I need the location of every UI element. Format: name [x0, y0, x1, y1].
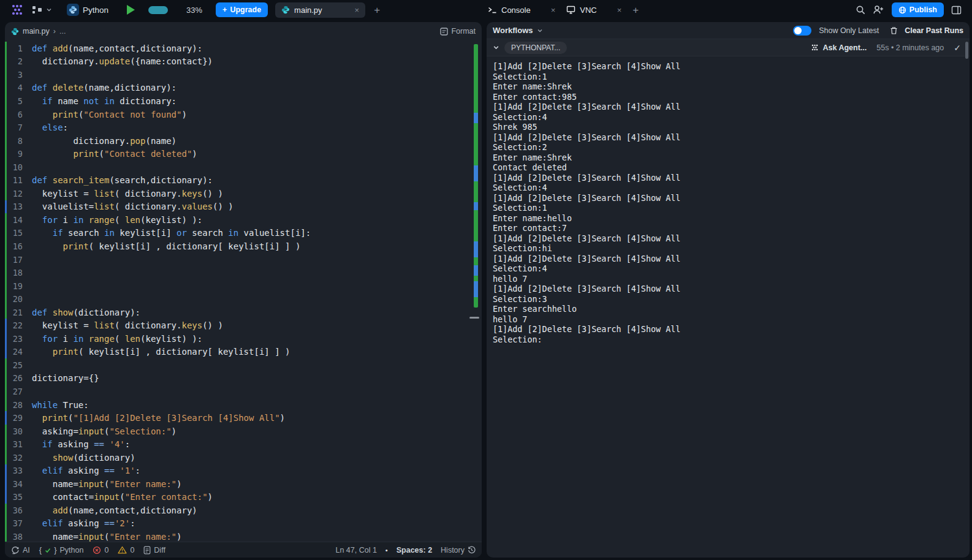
- resource-meter[interactable]: [148, 6, 168, 14]
- code-line[interactable]: 8 dictionary.pop(name): [5, 134, 482, 148]
- line-number: 36: [7, 505, 32, 515]
- format-button[interactable]: Format: [440, 27, 476, 36]
- console-output-line: hello 7: [493, 315, 963, 325]
- tab-label: Console: [501, 6, 531, 15]
- code-line[interactable]: 7 else:: [5, 121, 482, 134]
- code-line[interactable]: 9 print("Contact deleted"): [5, 147, 482, 161]
- search-icon[interactable]: [852, 2, 870, 18]
- console-output[interactable]: [1]Add [2]Delete [3]Search [4]Show AllSe…: [487, 56, 970, 558]
- code-line[interactable]: 4def delete(name,dictionary):: [5, 81, 482, 95]
- code-line[interactable]: 30 asking=input("Selection:"): [5, 425, 482, 438]
- code-line[interactable]: 20: [5, 292, 482, 306]
- close-tab-icon[interactable]: ×: [355, 6, 360, 14]
- code-line[interactable]: 29 print("[1]Add [2]Delete [3]Search [4]…: [5, 411, 482, 425]
- code-line[interactable]: 16 print( keylist[i] , dictionary[ keyli…: [5, 240, 482, 253]
- show-only-latest-toggle[interactable]: [793, 26, 811, 36]
- tab-main-py[interactable]: main.py ×: [275, 2, 365, 18]
- clear-past-runs-button[interactable]: Clear Past Runs: [905, 26, 963, 35]
- separator-dot: •: [385, 547, 388, 554]
- code-line[interactable]: 3: [5, 68, 482, 81]
- line-number: 28: [7, 400, 32, 410]
- chevron-down-icon[interactable]: [493, 44, 499, 51]
- code-line[interactable]: 18: [5, 266, 482, 279]
- code-line[interactable]: 2 dictionary.update({name:contact}): [5, 55, 482, 69]
- globe-icon: [898, 6, 906, 14]
- project-switcher[interactable]: Python: [67, 4, 108, 16]
- code-line[interactable]: 38 name=input("Enter name:"): [5, 530, 482, 542]
- add-tab-icon[interactable]: +: [632, 5, 639, 15]
- console-output-line: Selection:1: [493, 203, 963, 214]
- code-line[interactable]: 19: [5, 279, 482, 293]
- code-line[interactable]: 28while True:: [5, 398, 482, 412]
- line-number: 17: [7, 255, 32, 265]
- terminal-icon: [488, 6, 497, 14]
- code-line[interactable]: 32 show(dictionary): [5, 451, 482, 464]
- code-line[interactable]: 5 if name not in dictionary:: [5, 94, 482, 108]
- code-line[interactable]: 1def add(name,contact,dictionary):: [5, 42, 482, 55]
- scrollbar-handle[interactable]: [469, 317, 479, 319]
- run-button[interactable]: [127, 5, 135, 15]
- console-scrollbar-thumb[interactable]: [965, 42, 968, 59]
- resource-percent: 33%: [186, 6, 202, 15]
- ask-agent-button[interactable]: Ask Agent...: [811, 44, 867, 52]
- publish-button[interactable]: Publish: [892, 2, 944, 17]
- add-tab-icon[interactable]: +: [374, 5, 380, 15]
- console-output-line: Selection:: [493, 335, 963, 346]
- code-line[interactable]: 33 elif asking == '1':: [5, 464, 482, 478]
- trash-icon: [890, 26, 898, 35]
- code-line[interactable]: 22 keylist = list( dictionary.keys() ): [5, 319, 482, 332]
- code-line[interactable]: 25: [5, 358, 482, 372]
- code-line[interactable]: 21def show(dictionary):: [5, 306, 482, 319]
- python-file-icon: [281, 6, 290, 14]
- code-line[interactable]: 26dictionary={}: [5, 372, 482, 385]
- code-line[interactable]: 11def search_item(search,dictionary):: [5, 173, 482, 187]
- language-indicator[interactable]: { } Python: [39, 545, 84, 554]
- code-line[interactable]: 24 print( keylist[i] , dictionary[ keyli…: [5, 346, 482, 359]
- code-line[interactable]: 34 name=input("Enter name:"): [5, 477, 482, 491]
- diff-indicator-strip[interactable]: [474, 44, 478, 308]
- warning-indicator[interactable]: 0: [118, 546, 134, 554]
- code-editor[interactable]: 1def add(name,contact,dictionary):2 dict…: [5, 40, 482, 542]
- run-name-pill[interactable]: PYTHONPAT...: [504, 42, 567, 54]
- panel-layout-icon[interactable]: [947, 2, 965, 18]
- replit-agent-icon: [811, 44, 819, 51]
- error-indicator[interactable]: 0: [93, 546, 108, 554]
- upgrade-button[interactable]: +Upgrade: [216, 2, 268, 17]
- console-output-line: [1]Add [2]Delete [3]Search [4]Show All: [493, 234, 963, 244]
- code-line[interactable]: 10: [5, 161, 482, 174]
- code-line[interactable]: 27: [5, 385, 482, 398]
- error-icon: [93, 546, 101, 554]
- line-number: 29: [7, 413, 32, 423]
- ai-button[interactable]: AI: [11, 546, 30, 554]
- line-number: 25: [7, 360, 32, 370]
- spaces-setting[interactable]: Spaces: 2: [397, 546, 432, 554]
- code-line[interactable]: 17: [5, 253, 482, 267]
- tab-console[interactable]: Console ×: [488, 6, 555, 15]
- code-line[interactable]: 37 elif asking =='2':: [5, 517, 482, 531]
- code-line[interactable]: 6 print("Contact not found"): [5, 108, 482, 121]
- code-line[interactable]: 14 for i in range( len(keylist) ):: [5, 213, 482, 227]
- invite-user-icon[interactable]: [870, 2, 887, 18]
- code-line[interactable]: 31 if asking == '4':: [5, 437, 482, 451]
- close-tab-icon[interactable]: ×: [617, 6, 622, 14]
- workspace-menu[interactable]: [32, 6, 52, 15]
- line-number: 34: [7, 479, 32, 489]
- line-number: 12: [7, 189, 32, 199]
- console-output-line: Enter contact:985: [493, 93, 963, 103]
- tab-vnc[interactable]: VNC ×: [566, 6, 621, 15]
- line-number: 3: [7, 70, 32, 80]
- code-line[interactable]: 15 if search in keylist[i] or search in …: [5, 227, 482, 240]
- history-button[interactable]: History: [441, 546, 476, 554]
- cursor-position[interactable]: Ln 47, Col 1: [335, 546, 376, 554]
- code-line[interactable]: 36 add(name,contact,dictionary): [5, 504, 482, 517]
- workflows-dropdown[interactable]: Workflows: [493, 26, 533, 35]
- code-line[interactable]: 13 valuelist=list( dictionary.values() ): [5, 200, 482, 214]
- diff-button[interactable]: Diff: [143, 546, 165, 554]
- replit-logo-icon[interactable]: [9, 2, 26, 18]
- code-line[interactable]: 12 keylist = list( dictionary.keys() ): [5, 187, 482, 200]
- code-line[interactable]: 23 for i in range( len(keylist) ):: [5, 332, 482, 346]
- breadcrumb-more[interactable]: ...: [59, 27, 66, 36]
- code-line[interactable]: 35 contact=input("Enter contact:"): [5, 491, 482, 504]
- close-tab-icon[interactable]: ×: [551, 6, 556, 14]
- breadcrumb-file[interactable]: main.py: [23, 27, 50, 36]
